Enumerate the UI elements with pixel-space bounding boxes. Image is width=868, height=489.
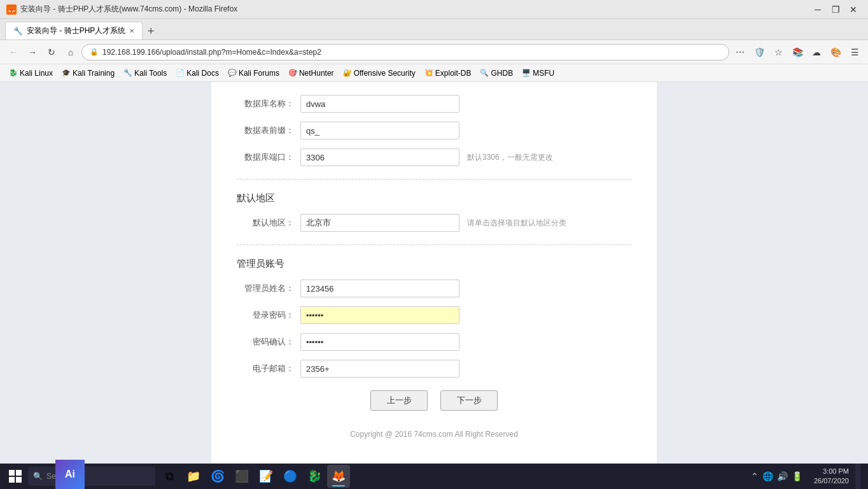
taskbar: 🔍 Search ⧉ 📁 🌀 ⬛ 📝 🔵 🐉 🦊 ⌃ 🌐 — [0, 464, 868, 489]
input-db-prefix[interactable] — [300, 122, 459, 139]
kali-icon: 🐉 — [307, 469, 321, 483]
taskbar-app-edge[interactable]: 🌀 — [206, 465, 229, 488]
chrome-icon: 🔵 — [283, 469, 297, 483]
bookmark-exploit-db[interactable]: 💥Exploit-DB — [421, 67, 475, 79]
input-email[interactable] — [300, 360, 459, 378]
kali-tools-label: Kali Tools — [134, 69, 167, 78]
navigation-bar: ← → ↻ ⌂ 🔒 192.168.199.166/upload/install… — [0, 40, 868, 64]
bookmark-kali-forums[interactable]: 💬Kali Forums — [224, 67, 283, 79]
library-button[interactable]: 📚 — [789, 44, 806, 60]
taskbar-search[interactable]: 🔍 Search — [28, 467, 155, 486]
star-button[interactable]: ☆ — [770, 44, 787, 60]
minimize-button[interactable]: ─ — [809, 1, 826, 18]
form-row-email: 电子邮箱： — [237, 360, 631, 378]
new-tab-button[interactable]: + — [143, 23, 159, 39]
start-button[interactable] — [3, 464, 28, 489]
svg-rect-2 — [9, 477, 15, 483]
forward-button[interactable]: → — [24, 44, 41, 60]
close-button[interactable]: ✕ — [845, 1, 862, 18]
taskbar-apps: ⧉ 📁 🌀 ⬛ 📝 🔵 🐉 🦊 — [155, 465, 353, 488]
kali-forums-icon: 💬 — [228, 69, 237, 77]
reload-button[interactable]: ↻ — [43, 44, 60, 60]
kali-training-label: Kali Training — [73, 69, 115, 78]
tab-bar: 🔧 安装向导 - 骑士PHP人才系统 ✕ + — [0, 19, 868, 40]
prev-button[interactable]: 上一步 — [370, 390, 428, 411]
extensions-button[interactable]: ⋯ — [732, 44, 748, 60]
tray-network-icon[interactable]: 🌐 — [762, 471, 773, 481]
form-row-region: 默认地区： 请单击选择项目默认地区分类 — [237, 214, 631, 232]
taskbar-app-kali[interactable]: 🐉 — [303, 465, 326, 488]
sync-button[interactable]: ☁ — [808, 44, 825, 60]
address-bar[interactable]: 🔒 192.168.199.166/upload/install.php?m=H… — [81, 44, 729, 60]
tab-close-button[interactable]: ✕ — [129, 27, 134, 34]
label-confirm: 密码确认： — [237, 336, 300, 348]
clock[interactable]: 3:00 PM 26/07/2020 — [810, 467, 853, 486]
taskbar-app-code[interactable]: 📝 — [255, 465, 277, 488]
offensive-security-label: Offensive Security — [354, 69, 416, 78]
tab-title: 安装向导 - 骑士PHP人才系统 — [27, 25, 125, 36]
terminal-icon: ⬛ — [235, 469, 249, 483]
back-button[interactable]: ← — [5, 44, 22, 60]
input-password[interactable] — [300, 306, 459, 324]
bookmark-kali-linux[interactable]: 🐉Kali Linux — [5, 67, 57, 79]
kali-docs-label: Kali Docs — [186, 69, 219, 78]
lock-icon: 🔒 — [90, 48, 99, 56]
admin-title: 管理员账号 — [237, 258, 631, 270]
kali-training-icon: 🎓 — [62, 69, 71, 77]
bookmark-ghdb[interactable]: 🔍GHDB — [476, 67, 517, 79]
firefox-logo: 🦊 — [6, 4, 17, 15]
ai-label: Ai — [65, 469, 75, 480]
copyright-text: Copyright @ 2016 74cms.com All Right Res… — [237, 430, 631, 439]
taskbar-app-terminal[interactable]: ⬛ — [230, 465, 253, 488]
restore-button[interactable]: ❒ — [827, 1, 844, 18]
next-button[interactable]: 下一步 — [440, 390, 498, 411]
code-icon: 📝 — [259, 469, 273, 483]
form-row-password: 登录密码： — [237, 306, 631, 324]
menu-button[interactable]: ☰ — [846, 44, 863, 60]
button-row: 上一步 下一步 — [237, 390, 631, 411]
bookmark-nethunter[interactable]: 🎯NetHunter — [284, 67, 338, 79]
shield-button[interactable]: 🛡️ — [751, 44, 767, 60]
taskbar-app-chrome[interactable]: 🔵 — [279, 465, 302, 488]
theme-button[interactable]: 🎨 — [827, 44, 844, 60]
label-db-port: 数据库端口： — [237, 152, 300, 163]
input-region[interactable] — [300, 214, 459, 232]
kali-docs-icon: 📄 — [176, 69, 185, 77]
bookmark-offensive-security[interactable]: 🔐Offensive Security — [339, 67, 419, 79]
input-admin-name[interactable] — [300, 280, 459, 297]
url-text: 192.168.199.166/upload/install.php?m=Hom… — [102, 48, 721, 57]
svg-rect-3 — [16, 477, 22, 483]
show-desktop-button[interactable] — [855, 464, 860, 489]
active-tab[interactable]: 🔧 安装向导 - 骑士PHP人才系统 ✕ — [5, 22, 143, 39]
page-wrapper: 数据库名称： 数据表前缀： 数据库端口： 默认3306，一般无需更改 默认地区 … — [211, 82, 657, 464]
taskbar-search-icon: 🔍 — [33, 472, 43, 481]
hint-region: 请单击选择项目默认地区分类 — [467, 218, 566, 229]
tray-volume-icon[interactable]: 🔊 — [777, 471, 788, 481]
tray-battery-icon[interactable]: 🔋 — [792, 471, 802, 481]
input-db-port[interactable] — [300, 148, 459, 166]
bookmark-msfu[interactable]: 🖥️MSFU — [518, 67, 558, 79]
svg-rect-1 — [16, 470, 22, 476]
taskbar-app-firefox[interactable]: 🦊 — [327, 465, 350, 488]
nav-extras: ⋯ 🛡️ ☆ 📚 ☁ 🎨 ☰ — [732, 44, 863, 60]
form-row-db-port: 数据库端口： 默认3306，一般无需更改 — [237, 148, 631, 166]
bookmark-kali-training[interactable]: 🎓Kali Training — [58, 67, 118, 79]
input-db-name[interactable] — [300, 95, 459, 113]
kali-forums-label: Kali Forums — [239, 69, 279, 78]
tray-arrow-icon[interactable]: ⌃ — [751, 471, 759, 481]
edge-icon: 🌀 — [211, 469, 225, 483]
svg-rect-0 — [9, 470, 15, 476]
nethunter-icon: 🎯 — [288, 69, 297, 77]
nethunter-label: NetHunter — [299, 69, 334, 78]
ai-badge[interactable]: Ai — [55, 460, 85, 489]
bookmark-kali-tools[interactable]: 🔧Kali Tools — [120, 67, 171, 79]
offensive-security-icon: 🔐 — [343, 69, 352, 77]
taskbar-app-file-explorer[interactable]: 📁 — [182, 465, 205, 488]
admin-section: 管理员账号 管理员姓名： 登录密码： 密码确认： 电子邮箱： — [237, 258, 631, 378]
taskbar-app-task-view[interactable]: ⧉ — [158, 465, 181, 488]
bookmark-kali-docs[interactable]: 📄Kali Docs — [172, 67, 223, 79]
bookmarks-bar: 🐉Kali Linux🎓Kali Training🔧Kali Tools📄Kal… — [0, 64, 868, 82]
input-confirm[interactable] — [300, 333, 459, 351]
region-section: 默认地区 默认地区： 请单击选择项目默认地区分类 — [237, 192, 631, 232]
home-button[interactable]: ⌂ — [62, 44, 79, 60]
